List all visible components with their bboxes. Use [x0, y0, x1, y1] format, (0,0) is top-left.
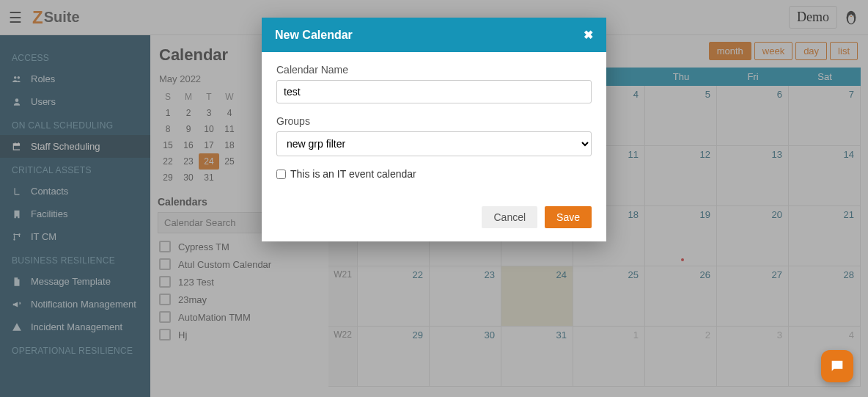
new-calendar-modal: New Calendar ✖ Calendar Name Groups new … [262, 18, 606, 241]
svg-rect-9 [834, 365, 838, 366]
chat-bubble[interactable] [821, 350, 853, 382]
it-event-checkbox[interactable] [276, 170, 286, 179]
it-event-label: This is an IT event calendar [290, 168, 416, 180]
groups-label: Groups [276, 115, 592, 127]
calendar-name-label: Calendar Name [276, 64, 592, 76]
calendar-name-input[interactable] [276, 80, 592, 103]
modal-close-button[interactable]: ✖ [584, 28, 593, 42]
cancel-button[interactable]: Cancel [482, 206, 537, 228]
groups-select[interactable]: new grp filter [276, 131, 592, 156]
modal-title: New Calendar [275, 29, 353, 42]
save-button[interactable]: Save [545, 206, 592, 228]
svg-rect-8 [834, 363, 840, 364]
chat-icon [829, 358, 845, 374]
